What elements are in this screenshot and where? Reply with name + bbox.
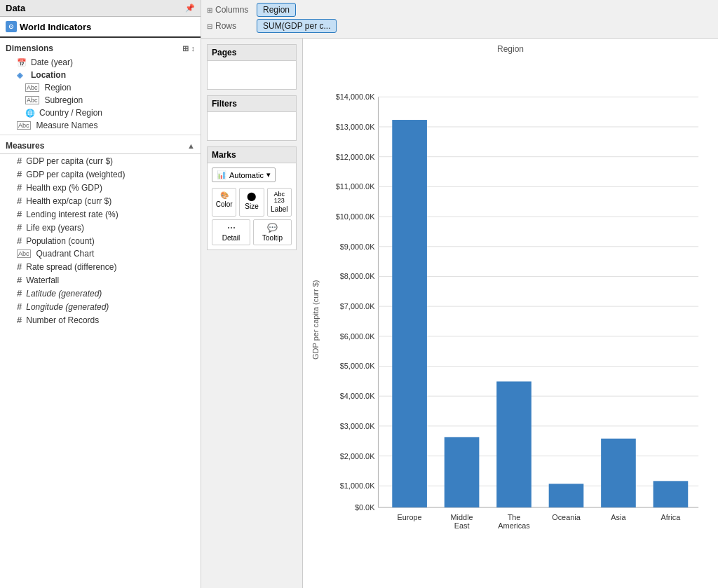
y-axis-label: GDP per capita (curr $) [309,57,323,582]
dim-country-label: Country / Region [39,108,102,118]
pages-section: Pages [207,44,297,90]
data-source[interactable]: ⊙ World Indicators [0,17,201,38]
shelf-area: ⊞ Columns Region ⊟ Rows SUM(GDP per c... [201,0,718,39]
measure-gdp-per-capita[interactable]: # GDP per capita (curr $) [0,154,201,167]
tick-13000: $13,000.0K [336,123,376,131]
rows-pill[interactable]: SUM(GDP per c... [257,19,337,33]
xlabel-oceania: Oceania [552,513,581,521]
dimension-icons: ⊞ ↕ [182,44,196,53]
panel-pin-icon[interactable]: 📌 [185,4,195,13]
measure-gdp-weighted[interactable]: # GDP per capita (weighted) [0,167,201,181]
size-button[interactable]: ⬤ Size [239,188,264,217]
marks-dropdown-value: Automatic [229,171,264,179]
measure-health-gdp[interactable]: # Health exp (% GDP) [0,181,201,194]
measure-longitude[interactable]: # Longitude (generated) [0,300,201,313]
measure-gdp-weighted-label: GDP per capita (weighted) [26,170,125,179]
dimensions-header: Dimensions ⊞ ↕ [0,41,201,56]
tick-7000: $7,000.0K [340,302,375,310]
label-icon: Abc123 [274,191,285,204]
bar-europe[interactable] [392,120,427,507]
bar-africa[interactable] [653,481,689,507]
measure-health-cap[interactable]: # Health exp/cap (curr $) [0,194,201,207]
hash-icon-7: # [17,235,22,246]
measure-gdp-label: GDP per capita (curr $) [26,156,113,166]
data-panel-header: Data 📌 [0,0,201,17]
dim-subregion-label: Subregion [45,95,83,105]
measure-pop-label: Population (count) [26,236,94,246]
measure-health-gdp-label: Health exp (% GDP) [26,183,102,193]
measure-waterfall[interactable]: # Waterfall [0,273,201,287]
measures-list: # GDP per capita (curr $) # GDP per capi… [0,153,201,392]
tick-14000: $14,000.0K [336,93,376,101]
size-icon: ⬤ [247,191,256,201]
rows-shelf: ⊟ Rows SUM(GDP per c... [207,19,712,33]
left-controls: Pages Filters Marks 📊 [201,39,303,588]
measure-quadrant[interactable]: Abc Quadrant Chart [0,247,201,260]
dimensions-label: Dimensions [6,43,53,53]
rows-label: ⊟ Rows [207,21,252,31]
xlabel-europe: Europe [398,513,422,521]
right-panel: ⊞ Columns Region ⊟ Rows SUM(GDP per c...… [201,0,718,588]
hash-icon-1: # [17,156,22,166]
dim-subregion[interactable]: Abc Subregion [0,94,201,107]
label-text: Label [271,205,287,213]
xlabel-africa: Africa [661,513,681,521]
scroll-up-icon[interactable]: ▲ [187,142,195,150]
measure-latitude[interactable]: # Latitude (generated) [0,287,201,300]
sort-icon[interactable]: ↕ [191,44,196,53]
chart-title: Region [309,44,712,54]
data-source-label: World Indicators [20,22,91,32]
bar-middle-east[interactable] [445,437,480,507]
xlabel-asia: Asia [611,513,626,521]
detail-button[interactable]: ⋯ Detail [212,219,250,245]
dim-location-folder[interactable]: ◈ Location [0,69,201,81]
dim-measure-names[interactable]: Abc Measure Names [0,119,201,132]
measure-life-label: Life exp (years) [26,223,84,233]
measure-num-records[interactable]: # Number of Records [0,313,201,327]
dim-date-label: Date (year) [31,57,73,67]
filters-section: Filters [207,95,297,141]
color-button[interactable]: 🎨 Color [212,188,236,217]
columns-pill[interactable]: Region [257,3,296,17]
data-label: Data [6,3,25,13]
dim-country-region[interactable]: 🌐 Country / Region [0,107,201,119]
dim-measure-names-label: Measure Names [36,121,98,130]
label-button[interactable]: Abc123 Label [267,188,292,217]
dim-location-label: Location [31,70,66,80]
measure-health-cap-label: Health exp/cap (curr $) [26,196,111,206]
rows-pill-text: SUM(GDP per c... [263,21,330,31]
bar-oceania[interactable] [549,484,584,507]
marks-type-dropdown[interactable]: 📊 Automatic ▾ [212,167,276,182]
dim-date[interactable]: 📅 Date (year) [0,56,201,69]
dim-region[interactable]: Abc Region [0,81,201,94]
columns-text: Columns [215,5,248,15]
db-icon: ⊙ [6,21,17,32]
pages-body [208,61,296,89]
tick-8000: $8,000.0K [340,272,375,280]
bar-chart-icon: 📊 [217,170,226,179]
size-label: Size [245,203,258,210]
main-content: Pages Filters Marks 📊 [201,39,718,588]
bar-asia[interactable] [601,439,636,507]
tick-0: $0.0K [355,503,375,512]
measure-records-label: Number of Records [26,315,99,325]
abc-icon-measure: Abc [17,121,31,130]
calendar-icon: 📅 [17,58,28,67]
chart-svg: .tick-label { font-size: 11px; fill: #33… [323,57,712,582]
tick-1000: $1,000.0K [340,481,375,490]
bar-americas[interactable] [496,381,531,507]
hash-icon-6: # [17,222,22,233]
measure-population[interactable]: # Population (count) [0,234,201,247]
measure-lat-label: Latitude (generated) [26,289,102,299]
marks-header: Marks [208,147,296,163]
columns-shelf: ⊞ Columns Region [207,3,712,17]
measure-life-exp[interactable]: # Life exp (years) [0,221,201,234]
tooltip-button[interactable]: 💬 Tooltip [253,219,292,245]
grid-icon[interactable]: ⊞ [182,44,189,53]
color-label: Color [216,200,233,208]
tick-9000: $9,000.0K [340,242,375,251]
measure-rate-spread[interactable]: # Rate spread (difference) [0,260,201,273]
measure-quadrant-label: Quadrant Chart [36,249,95,259]
measure-lending[interactable]: # Lending interest rate (%) [0,207,201,221]
hash-icon-11: # [17,301,22,312]
